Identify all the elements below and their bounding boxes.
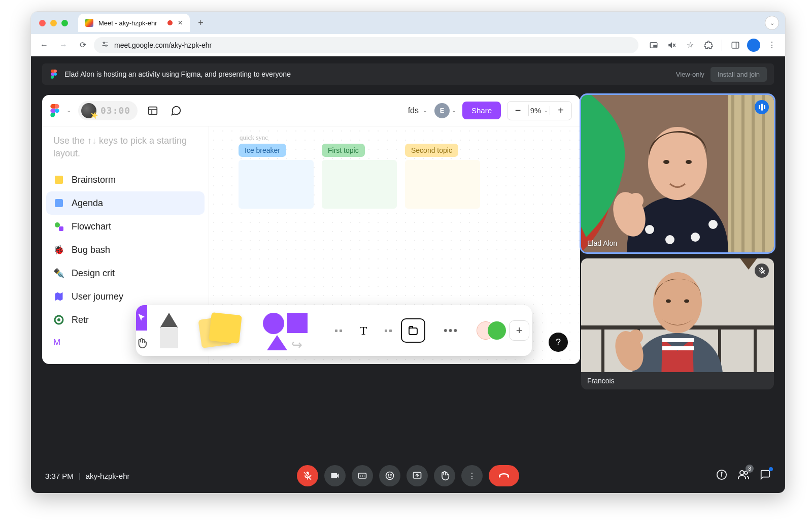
participant-tiles: Elad Alon xyxy=(581,95,774,389)
hangup-button[interactable] xyxy=(489,465,519,486)
svg-text:CC: CC xyxy=(360,474,365,478)
new-tab-button[interactable]: + xyxy=(194,16,208,30)
tab-strip: Meet - aky-hzpk-ehr ✕ + ⌄ xyxy=(31,12,785,34)
add-sticker-button[interactable]: + xyxy=(509,320,529,341)
zoom-controls: − 9%⌄ + xyxy=(507,101,572,120)
sidepanel-icon[interactable] xyxy=(727,37,743,53)
close-window[interactable] xyxy=(39,20,46,26)
svg-point-2 xyxy=(104,42,105,44)
participant-tile-elad[interactable]: Elad Alon xyxy=(581,95,774,252)
tab-search-button[interactable]: ⌄ xyxy=(765,16,779,30)
tab-title: Meet - aky-hzpk-ehr xyxy=(98,19,157,27)
people-button[interactable]: 3 xyxy=(737,469,750,483)
svg-point-34 xyxy=(686,160,692,164)
bookmark-icon[interactable]: ☆ xyxy=(682,37,698,53)
figma-toolbar: ⌄ 03:00 fds ⌄ E ⌄ xyxy=(42,95,580,126)
install-button[interactable]: Install and join xyxy=(710,67,767,82)
template-design-crit[interactable]: ✒️Design crit xyxy=(46,261,205,285)
select-tool[interactable] xyxy=(136,305,147,331)
mute-tab-icon[interactable] xyxy=(664,37,680,53)
reactions-button[interactable] xyxy=(379,465,400,486)
zoom-out-button[interactable]: − xyxy=(507,105,529,116)
svg-point-29 xyxy=(708,220,718,229)
zoom-level[interactable]: 9%⌄ xyxy=(529,106,550,115)
figma-icon xyxy=(49,70,58,79)
file-title[interactable]: fds ⌄ xyxy=(408,106,427,115)
raise-hand-button[interactable] xyxy=(434,465,455,486)
more-options-button[interactable]: ⋮ xyxy=(461,465,483,486)
muted-icon xyxy=(755,264,769,278)
captions-button[interactable]: CC xyxy=(352,465,373,486)
help-button[interactable]: ? xyxy=(549,333,568,352)
chat-notification-dot xyxy=(769,467,773,471)
svg-point-50 xyxy=(386,472,394,480)
participant-tile-francois[interactable]: Francois xyxy=(581,258,774,389)
svg-rect-10 xyxy=(149,107,157,114)
svg-point-45 xyxy=(653,272,702,333)
chevron-down-icon[interactable]: ⌄ xyxy=(452,107,456,114)
pip-icon[interactable] xyxy=(646,37,662,53)
brainstorm-icon xyxy=(53,174,64,185)
menu-button[interactable]: ⋮ xyxy=(764,37,780,53)
pencil-tool[interactable] xyxy=(147,305,191,356)
hand-tool[interactable] xyxy=(136,331,147,356)
chat-button[interactable] xyxy=(760,469,771,482)
svg-rect-24 xyxy=(752,95,755,252)
section-tool[interactable] xyxy=(401,318,425,343)
figma-menu-button[interactable] xyxy=(50,104,59,117)
meeting-info-button[interactable] xyxy=(716,469,727,482)
svg-point-31 xyxy=(628,193,644,208)
back-button[interactable]: ← xyxy=(36,37,52,53)
extensions-icon[interactable] xyxy=(700,37,717,53)
meet-favicon-icon xyxy=(85,19,93,27)
canvas-column-icebreaker[interactable]: Ice breaker xyxy=(239,144,314,209)
layout-icon[interactable] xyxy=(145,103,161,119)
svg-point-28 xyxy=(691,233,700,242)
svg-rect-5 xyxy=(654,45,656,47)
pen-icon: ✒️ xyxy=(53,268,64,279)
reload-button[interactable]: ⟳ xyxy=(75,37,91,53)
meet-bottom-bar: 3:37 PM | aky-hzpk-ehr CC ⋮ 3 xyxy=(31,457,785,494)
toolbar-right: ☆ ⋮ xyxy=(646,37,780,53)
more-tools[interactable]: ••• xyxy=(434,305,467,356)
template-agenda[interactable]: Agenda xyxy=(46,191,205,215)
sticker-icon[interactable] xyxy=(488,321,506,340)
people-count: 3 xyxy=(746,465,754,473)
shapes-tool[interactable]: ↪ xyxy=(252,305,326,356)
view-only-label: View-only xyxy=(676,71,704,78)
url-input[interactable]: meet.google.com/aky-hzpk-ehr xyxy=(94,37,638,53)
template-bug-bash[interactable]: 🐞Bug bash xyxy=(46,238,205,261)
share-button[interactable]: Share xyxy=(462,102,501,119)
window-controls[interactable] xyxy=(39,20,68,26)
close-tab-button[interactable]: ✕ xyxy=(178,19,183,26)
svg-rect-8 xyxy=(732,42,739,48)
template-flowchart[interactable]: Flowchart xyxy=(46,215,205,238)
zoom-in-button[interactable]: + xyxy=(550,105,571,116)
camera-button[interactable] xyxy=(324,465,346,486)
site-settings-icon[interactable] xyxy=(101,40,109,50)
browser-tab[interactable]: Meet - aky-hzpk-ehr ✕ xyxy=(78,14,190,32)
participant-name: Francois xyxy=(587,377,615,385)
maximize-window[interactable] xyxy=(61,20,68,26)
profile-button[interactable] xyxy=(746,37,762,53)
layout-hint: Use the ↑↓ keys to pick a starting layou… xyxy=(46,133,205,168)
canvas-title: quick sync xyxy=(240,134,268,142)
canvas-column-first-topic[interactable]: First topic xyxy=(322,144,397,209)
timer-widget[interactable]: 03:00 xyxy=(78,101,138,120)
svg-point-52 xyxy=(391,475,392,476)
svg-rect-40 xyxy=(754,330,757,372)
comment-icon[interactable] xyxy=(168,103,184,119)
minimize-window[interactable] xyxy=(50,20,57,26)
svg-rect-41 xyxy=(662,338,694,342)
present-button[interactable] xyxy=(407,465,428,486)
address-bar: ← → ⟳ meet.google.com/aky-hzpk-ehr ☆ ⋮ xyxy=(31,34,785,56)
forward-button[interactable]: → xyxy=(55,37,72,53)
svg-point-26 xyxy=(645,225,654,234)
collaborator-avatar[interactable]: E xyxy=(434,103,450,118)
template-brainstorm[interactable]: Brainstorm xyxy=(46,168,205,191)
chevron-down-icon[interactable]: ⌄ xyxy=(66,107,71,114)
microphone-button[interactable] xyxy=(297,465,318,486)
sticky-note-tool[interactable] xyxy=(191,305,252,356)
text-tool[interactable]: T xyxy=(351,318,376,343)
canvas-column-second-topic[interactable]: Second topic xyxy=(405,144,480,209)
